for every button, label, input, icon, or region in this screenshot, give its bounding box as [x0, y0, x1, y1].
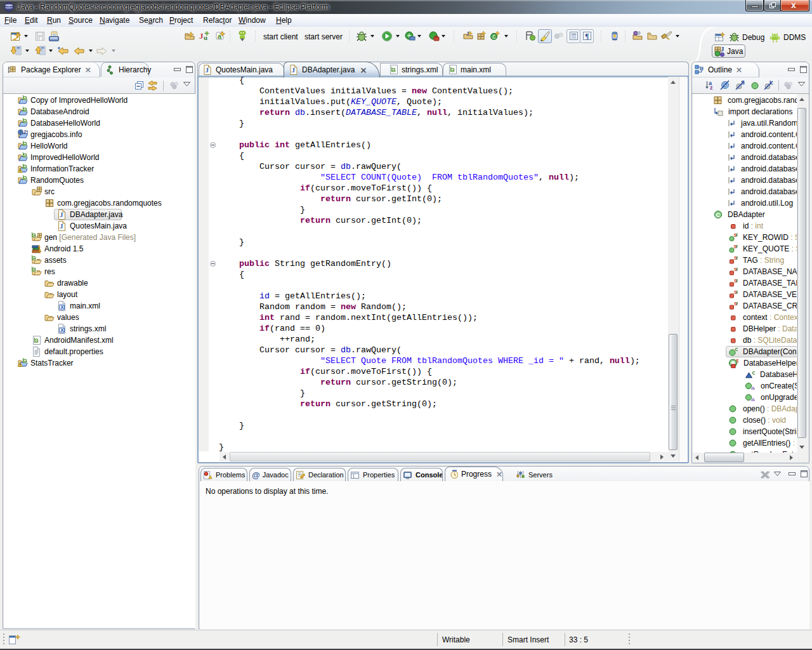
svg-text:F: F [736, 256, 738, 260]
svg-text:C: C [735, 347, 738, 352]
svg-text:F: F [736, 244, 738, 249]
svg-text:C: C [492, 34, 496, 41]
svg-text:F: F [736, 267, 738, 272]
svg-text:F: F [736, 233, 738, 237]
svg-text:F: F [736, 290, 738, 295]
svg-text:J: J [721, 46, 724, 53]
svg-text:JS: JS [23, 129, 29, 135]
svg-text:¶: ¶ [585, 32, 589, 41]
svg-text:F: F [736, 279, 738, 283]
svg-text:F: F [736, 302, 738, 306]
svg-text:C: C [752, 370, 756, 376]
svg-text:C: C [716, 211, 721, 218]
svg-text:z: z [710, 84, 713, 91]
svg-text:J: J [199, 31, 204, 41]
svg-text:S: S [736, 359, 738, 364]
